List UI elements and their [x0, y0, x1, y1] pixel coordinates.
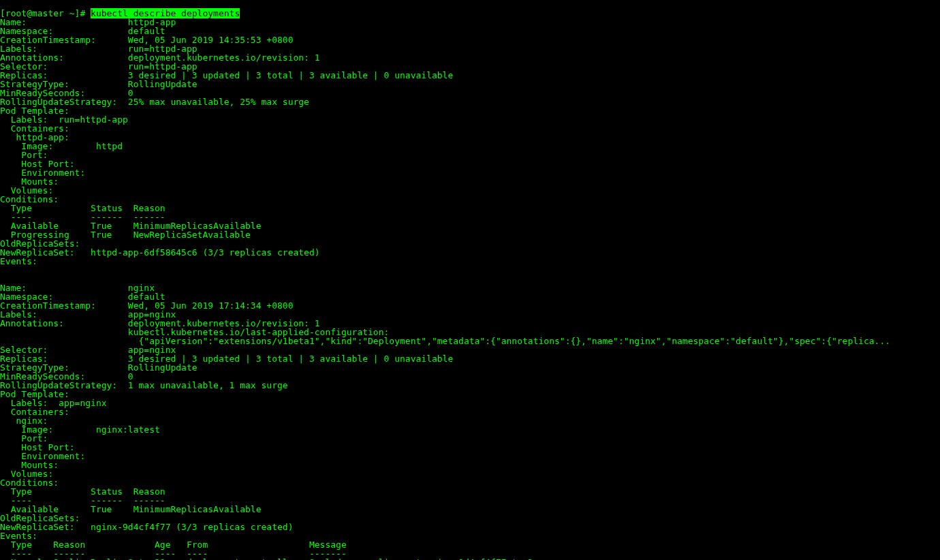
shell-prompt[interactable]: [root@master ~]# [0, 8, 91, 18]
terminal-output: [root@master ~]# kubectl describe deploy… [0, 0, 940, 560]
shell-command[interactable]: kubectl describe deployments [91, 8, 240, 18]
